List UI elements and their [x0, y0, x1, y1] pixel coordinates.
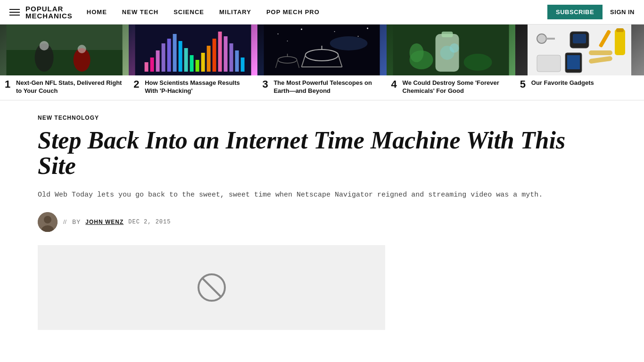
- svg-point-26: [278, 33, 279, 34]
- svg-rect-7: [145, 62, 149, 72]
- svg-rect-19: [213, 39, 216, 72]
- top-stories-strip: 1 Next-Gen NFL Stats, Delivered Right to…: [0, 25, 644, 100]
- svg-rect-13: [179, 41, 182, 72]
- svg-rect-17: [201, 53, 205, 72]
- svg-point-49: [463, 54, 492, 71]
- svg-point-29: [358, 36, 359, 37]
- logo-line1: POPULAR: [25, 5, 73, 12]
- svg-rect-62: [616, 28, 624, 32]
- article-image: [38, 245, 385, 330]
- navbar: POPULAR MECHANICS HOME NEW TECH SCIENCE …: [0, 0, 644, 25]
- svg-point-3: [40, 41, 49, 50]
- story-number-1: 1: [5, 79, 13, 90]
- story-item-2[interactable]: 2 How Scientists Massage Results With 'P…: [129, 25, 257, 100]
- subscribe-button[interactable]: SUBSCRIBE: [547, 5, 603, 19]
- author-row: // BY JOHN WENZ DEC 2, 2015: [38, 212, 606, 232]
- svg-point-41: [330, 36, 368, 50]
- svg-point-64: [44, 216, 51, 223]
- sign-in-button[interactable]: SIGN IN: [610, 8, 635, 16]
- story-number-3: 3: [262, 79, 271, 90]
- svg-rect-52: [545, 38, 555, 40]
- svg-point-5: [78, 45, 86, 53]
- author-name-link[interactable]: JOHN WENZ: [85, 219, 124, 225]
- story-caption-5: 5 Our Favorite Gadgets: [515, 75, 644, 94]
- svg-rect-22: [230, 43, 233, 72]
- story-title-3: The Most Powerful Telescopes on Earth—an…: [273, 79, 381, 95]
- nav-links: HOME NEW TECH SCIENCE MILITARY POP MECH …: [87, 8, 547, 16]
- svg-rect-21: [224, 36, 228, 72]
- svg-rect-9: [156, 50, 160, 72]
- svg-rect-10: [162, 43, 165, 72]
- author-avatar-image: [38, 212, 58, 232]
- story-item-5[interactable]: 5 Our Favorite Gadgets: [515, 25, 644, 100]
- story-caption-2: 2 How Scientists Massage Results With 'P…: [129, 75, 257, 100]
- svg-rect-44: [441, 32, 453, 37]
- article-subtitle: Old Web Today lets you go back to the sw…: [38, 189, 556, 201]
- story-item-3[interactable]: 3 The Most Powerful Telescopes on Earth—…: [257, 25, 386, 100]
- story-title-2: How Scientists Massage Results With 'P-H…: [145, 79, 253, 95]
- nav-actions: SUBSCRIBE SIGN IN: [547, 5, 635, 19]
- hamburger-menu[interactable]: [9, 9, 20, 16]
- nav-new-tech[interactable]: NEW TECH: [122, 8, 158, 16]
- story-title-4: We Could Destroy Some 'Forever Chemicals…: [403, 79, 511, 95]
- article-date: DEC 2, 2015: [128, 219, 171, 225]
- svg-rect-59: [589, 50, 612, 55]
- svg-rect-8: [150, 58, 154, 72]
- svg-rect-58: [567, 55, 580, 69]
- story-caption-3: 3 The Most Powerful Telescopes on Earth—…: [257, 75, 386, 100]
- svg-rect-14: [184, 48, 188, 72]
- svg-rect-24: [241, 58, 245, 72]
- article-category: New Technology: [38, 115, 606, 121]
- story-number-4: 4: [391, 79, 400, 90]
- svg-point-51: [537, 34, 546, 43]
- nav-military[interactable]: MILITARY: [219, 8, 251, 16]
- svg-point-28: [334, 31, 335, 32]
- author-by-label: BY: [72, 219, 81, 225]
- svg-rect-54: [573, 34, 586, 43]
- site-logo[interactable]: POPULAR MECHANICS: [25, 5, 73, 19]
- svg-point-31: [287, 41, 288, 41]
- svg-line-67: [203, 279, 221, 296]
- svg-rect-23: [235, 50, 239, 72]
- story-title-1: Next-Gen NFL Stats, Delivered Right to Y…: [16, 79, 124, 95]
- svg-rect-11: [167, 39, 171, 72]
- svg-point-46: [449, 43, 459, 53]
- nav-pop-mech-pro[interactable]: POP MECH PRO: [266, 8, 320, 16]
- story-item-1[interactable]: 1 Next-Gen NFL Stats, Delivered Right to…: [0, 25, 129, 100]
- author-avatar: [38, 212, 58, 232]
- svg-rect-15: [190, 55, 194, 72]
- nav-science[interactable]: SCIENCE: [173, 8, 204, 16]
- svg-rect-61: [615, 29, 625, 55]
- svg-point-48: [409, 43, 423, 62]
- author-separator: //: [63, 218, 66, 225]
- story-caption-4: 4 We Could Destroy Some 'Forever Chemica…: [387, 75, 515, 100]
- nav-home[interactable]: HOME: [87, 8, 107, 16]
- svg-point-27: [301, 29, 303, 30]
- svg-rect-20: [218, 32, 222, 72]
- story-number-2: 2: [133, 79, 142, 90]
- story-title-5: Our Favorite Gadgets: [531, 79, 594, 87]
- article-container: New Technology Step Back Into an Interne…: [28, 100, 616, 330]
- svg-rect-12: [173, 34, 177, 72]
- story-number-5: 5: [520, 79, 528, 90]
- svg-point-30: [367, 28, 369, 29]
- svg-rect-18: [207, 46, 211, 72]
- logo-line2: MECHANICS: [25, 12, 73, 19]
- story-caption-1: 1 Next-Gen NFL Stats, Delivered Right to…: [0, 75, 129, 100]
- blocked-icon: [197, 273, 226, 302]
- article-title: Step Back Into an Internet Time Machine …: [38, 128, 606, 179]
- svg-rect-56: [537, 55, 561, 72]
- story-item-4[interactable]: 4 We Could Destroy Some 'Forever Chemica…: [387, 25, 515, 100]
- svg-rect-16: [196, 60, 199, 72]
- svg-rect-1: [7, 50, 123, 75]
